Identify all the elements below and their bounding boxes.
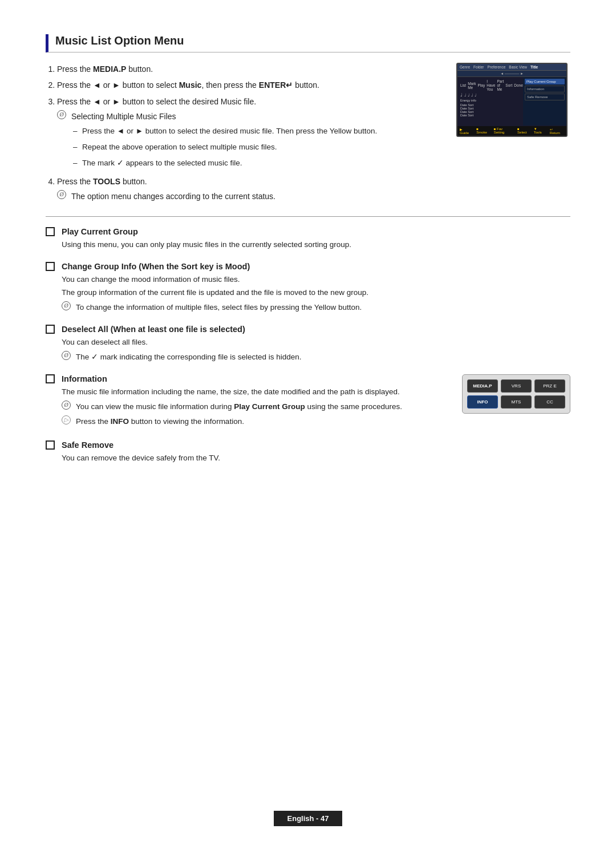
info-note-row-2: ▷ Press the INFO button to viewing the i… xyxy=(62,415,451,428)
tv-extra-info: Date SortDate SortDate SortDate Sort xyxy=(460,103,473,117)
remote-btn-vrs[interactable]: VRS xyxy=(501,379,532,393)
play-current-group-title: Play Current Group xyxy=(62,227,138,236)
tv-col-play: Play xyxy=(478,83,485,87)
change-group-line2: The group information of the current fil… xyxy=(62,286,570,300)
deselect-all-body: You can deselect all files. Ø The ✓ mark… xyxy=(62,336,570,364)
subsection-change-group: Change Group Info (When the Sort key is … xyxy=(46,262,570,314)
tv-footer-guide: ▶ Guide xyxy=(460,127,472,135)
change-group-line1: You can change the mood information of m… xyxy=(62,273,570,286)
remote-btn-prze[interactable]: PRZ E xyxy=(534,379,565,393)
tv-note-1: ♩ xyxy=(460,92,463,98)
tv-energy-row: Energy info xyxy=(459,98,521,103)
tv-screen-mockup: Genre Folder Preference Basic View Title… xyxy=(456,63,568,137)
checkbox-icon-deselect xyxy=(46,325,55,334)
remote-buttons-grid: MEDIA.P VRS PRZ E INFO MTS CC xyxy=(467,379,565,409)
info-note-row-1: Ø You can view the music file informatio… xyxy=(62,401,451,414)
tv-item-1: ♩ xyxy=(464,93,466,98)
subsection-play-current-group: Play Current Group Using this menu, you … xyxy=(46,227,570,252)
subsection-info-title: Information xyxy=(46,374,451,383)
change-group-title: Change Group Info (When the Sort key is … xyxy=(62,262,250,271)
note-icon-info1: Ø xyxy=(62,401,71,410)
tv-energy-label: Energy info xyxy=(460,99,476,102)
tv-list-header: List Mark Me Play I Have You Part of Me … xyxy=(459,79,521,92)
selecting-note-icon-row: Ø Selecting Multiple Music Files xyxy=(57,110,445,123)
selecting-label: Selecting Multiple Music Files xyxy=(71,110,176,123)
step-4: Press the TOOLS button. Ø The option men… xyxy=(57,175,445,203)
tv-tab-basicview: Basic View xyxy=(509,65,527,69)
steps-list: Press the MEDIA.P button. Press the ◄ or… xyxy=(57,63,445,169)
main-content: Press the MEDIA.P button. Press the ◄ or… xyxy=(46,63,570,208)
section-title: Music List Option Menu xyxy=(46,34,570,52)
tv-footer-return: ↩ Return xyxy=(550,127,563,135)
step-3: Press the ◄ or ► button to select the de… xyxy=(57,95,445,170)
deselect-note-text: The ✓ mark indicating the corresponding … xyxy=(76,351,301,364)
note-icon-info2: ▷ xyxy=(62,415,71,424)
subsection-information: Information The music file information i… xyxy=(46,374,570,430)
footer-text: English - 47 xyxy=(287,814,329,823)
tv-screen-header: Genre Folder Preference Basic View Title xyxy=(457,64,566,71)
tv-footer-select: ■ Select xyxy=(517,127,529,135)
information-title: Information xyxy=(62,374,107,383)
subsection-deselect-title: Deselect All (When at least one file is … xyxy=(46,325,570,334)
info-note-1: You can view the music file information … xyxy=(76,401,402,414)
change-group-body: You can change the mood information of m… xyxy=(62,273,570,314)
tv-col-sort: Sort xyxy=(505,83,512,87)
deselect-body-line: You can deselect all files. xyxy=(62,336,570,349)
remote-btn-info[interactable]: INFO xyxy=(467,395,498,409)
remote-btn-cc[interactable]: CC xyxy=(534,395,565,409)
tv-col-haveyou: I Have You xyxy=(487,79,495,91)
tv-tab-title: Title xyxy=(530,65,538,69)
change-group-note-row: Ø To change the information of multiple … xyxy=(62,301,570,314)
remote-btn-mediap[interactable]: MEDIA.P xyxy=(467,379,498,393)
tv-tab-genre: Genre xyxy=(460,65,470,69)
tv-sidebar: Play Current Group Information Safe Remo… xyxy=(523,77,566,126)
subsection-deselect-all: Deselect All (When at least one file is … xyxy=(46,325,570,364)
step1-bold: MEDIA.P xyxy=(93,64,126,74)
tv-list-extra: Date SortDate SortDate SortDate Sort xyxy=(459,103,521,118)
tv-col-markme: Mark Me xyxy=(468,82,476,90)
info-body-line: The music file information including the… xyxy=(62,386,451,399)
tv-sidebar-information: Information xyxy=(525,86,565,92)
tv-item-2: ♩ xyxy=(468,93,469,98)
footer-box: English - 47 xyxy=(274,811,343,826)
safe-remove-body: You can remove the device safely from th… xyxy=(62,452,570,465)
tv-col-done: Done xyxy=(514,83,523,87)
deselect-note-row: Ø The ✓ mark indicating the correspondin… xyxy=(62,351,570,364)
divider-1 xyxy=(46,216,570,217)
checkbox-icon-change xyxy=(46,262,55,271)
selecting-bullet-2: Repeat the above operation to select mul… xyxy=(73,141,445,153)
step2-bold-enter: ENTER↵ xyxy=(259,80,293,90)
tv-nav-bar: ◄ ────── ► xyxy=(457,71,566,77)
note-icon-step4: Ø xyxy=(57,190,66,199)
step4-list: Press the TOOLS button. Ø The option men… xyxy=(57,175,445,203)
tv-body: List Mark Me Play I Have You Part of Me … xyxy=(457,77,566,126)
tv-item-3: ♩ xyxy=(471,93,473,98)
tv-list-row-1: ♩ ♩ ♩ ♩ ♩ xyxy=(459,92,521,98)
info-bold-play: Play Current Group xyxy=(234,402,305,411)
tv-col-partofme: Part of Me xyxy=(497,79,504,91)
tv-footer: ▶ Guide ■ Smoke ■ Fav Setting ■ Select ▼… xyxy=(457,126,566,136)
note-icon-deselect: Ø xyxy=(62,351,71,360)
information-row: Information The music file information i… xyxy=(46,374,570,430)
deselect-all-title: Deselect All (When at least one file is … xyxy=(62,325,245,334)
information-body: The music file information including the… xyxy=(62,386,451,428)
checkbox-icon-info xyxy=(46,374,55,383)
step2-bold-music: Music xyxy=(179,80,202,90)
remote-btn-mts[interactable]: MTS xyxy=(501,395,532,409)
tv-tab-folder: Folder xyxy=(473,65,484,69)
tv-sidebar-play-current: Play Current Group xyxy=(525,79,565,84)
tv-footer-smoke: ■ Smoke xyxy=(476,127,489,135)
step4-note-text: The option menu changes according to the… xyxy=(71,190,275,203)
information-left: Information The music file information i… xyxy=(46,374,451,430)
left-column: Press the MEDIA.P button. Press the ◄ or… xyxy=(46,63,445,208)
step-1: Press the MEDIA.P button. xyxy=(57,63,445,75)
subsection-play-title: Play Current Group xyxy=(46,227,570,236)
tv-list: List Mark Me Play I Have You Part of Me … xyxy=(457,77,523,126)
tv-tab-preference: Preference xyxy=(488,65,506,69)
step4-note-row: Ø The option menu changes according to t… xyxy=(57,190,445,203)
subsection-change-title: Change Group Info (When the Sort key is … xyxy=(46,262,570,271)
note-icon-selecting: Ø xyxy=(57,110,66,119)
right-column: Genre Folder Preference Basic View Title… xyxy=(456,63,570,208)
subsection-safe-remove: Safe Remove You can remove the device sa… xyxy=(46,440,570,465)
tv-footer-fav: ■ Fav Setting xyxy=(494,127,513,135)
